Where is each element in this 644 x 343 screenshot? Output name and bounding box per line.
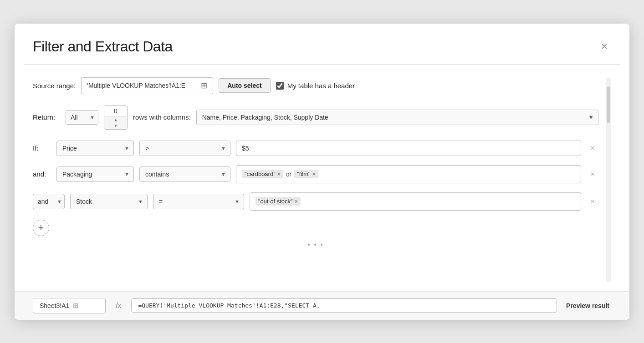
and2-tag-input-area[interactable]: "out of stock" × [250,192,581,211]
tag-outofstock: "out of stock" × [256,197,301,206]
if-field-select-wrapper: Price Name Packaging Stock Supply Date ▼ [56,141,134,156]
scrollbar-track[interactable] [606,77,611,282]
source-range-text: 'Multiple VLOOKUP Matches'!A1:E [87,82,197,89]
or-text: or [286,171,291,178]
and1-field-select[interactable]: Packaging Name Price Stock Supply Date [56,166,134,182]
dialog-title: Filter and Extract Data [33,38,173,55]
auto-select-button[interactable]: Auto select [219,78,270,93]
quantity-select[interactable]: All First Last [66,110,98,125]
source-range-label: Source range: [33,82,76,90]
and1-field-select-wrapper: Packaging Name Price Stock Supply Date ▼ [56,166,134,182]
and1-delete-button[interactable]: × [587,168,598,181]
header-checkbox[interactable] [276,82,284,90]
footer-cell-ref[interactable]: Sheet3!A1 ⊞ [33,298,106,313]
if-value-input[interactable] [236,141,581,156]
and2-connector-select[interactable]: and or [33,194,65,209]
fx-icon: fx [113,302,124,310]
spinner-buttons: ▲ ▼ [104,117,127,129]
columns-select-wrapper: Name, Price, Packaging, Stock, Supply Da… [196,110,598,125]
header-checkbox-text: My table has a header [287,82,355,90]
and1-operator-select-wrapper: contains > < = starts with ▼ [139,166,230,182]
spinner-down-button[interactable]: ▼ [104,123,127,129]
and-label-1: and: [33,170,51,178]
and2-operator-select[interactable]: = > < >= <= contains [153,194,244,209]
and2-operator-select-wrapper: = > < >= <= contains ▼ [153,194,244,209]
add-condition-button[interactable]: + [33,220,49,236]
tag-film-remove[interactable]: × [312,171,316,177]
and1-operator-select[interactable]: contains > < = starts with [139,166,230,182]
drag-handle-row: • • • [33,241,598,249]
tag-cardboard-text: "cardboard" [245,171,276,177]
and2-field-select-wrapper: Stock Name Price Packaging Supply Date ▼ [70,194,148,209]
drag-handle: • • • [307,241,324,249]
if-operator-select[interactable]: > < = >= <= <> contains [139,141,230,156]
footer-formula: =QUERY('Multiple VLOOKUP Matches'!A1:E28… [131,298,557,313]
tag-film: "film" × [294,170,318,178]
tag-outofstock-text: "out of stock" [258,198,293,205]
and-row-1: and: Packaging Name Price Stock Supply D… [33,165,598,183]
source-range-input[interactable]: 'Multiple VLOOKUP Matches'!A1:E ⊞ [81,77,213,94]
return-label: Return: [33,113,60,121]
tag-cardboard-remove[interactable]: × [277,171,281,177]
grid-icon: ⊞ [201,81,207,91]
dialog-header: Filter and Extract Data × [15,24,629,64]
rows-text: rows with columns: [133,113,191,121]
tag-cardboard: "cardboard" × [242,170,283,178]
number-input-wrapper: 0 ▲ ▼ [104,105,128,130]
main-content: Source range: 'Multiple VLOOKUP Matches'… [33,77,598,282]
tag-film-text: "film" [297,171,310,177]
scrollbar-thumb [607,86,610,123]
and2-delete-button[interactable]: × [587,195,598,208]
header-checkbox-label[interactable]: My table has a header [276,82,355,90]
quantity-select-wrapper: All First Last ▼ [66,110,98,125]
close-button[interactable]: × [598,39,611,54]
and1-tag-input-area[interactable]: "cardboard" × or "film" × [236,165,581,183]
and-row-2: and or ▼ Stock Name Price Packaging Supp… [33,192,598,211]
preview-result-button[interactable]: Preview result [564,299,611,313]
cell-ref-text: Sheet3!A1 [40,302,69,309]
source-range-row: Source range: 'Multiple VLOOKUP Matches'… [33,77,598,94]
tag-outofstock-remove[interactable]: × [295,198,298,205]
if-delete-button[interactable]: × [587,142,598,155]
filter-extract-dialog: Filter and Extract Data × Source range: … [15,24,629,320]
and2-field-select[interactable]: Stock Name Price Packaging Supply Date [70,194,148,209]
spinner-up-button[interactable]: ▲ [104,117,127,123]
if-field-select[interactable]: Price Name Packaging Stock Supply Date [56,141,134,156]
dialog-footer: Sheet3!A1 ⊞ fx =QUERY('Multiple VLOOKUP … [15,291,629,320]
if-label: If: [33,144,51,152]
columns-display[interactable]: Name, Price, Packaging, Stock, Supply Da… [196,110,598,125]
number-display: 0 [104,106,127,117]
dialog-body: Source range: 'Multiple VLOOKUP Matches'… [15,65,629,291]
cell-ref-grid-icon: ⊞ [73,302,79,310]
if-row: If: Price Name Packaging Stock Supply Da… [33,141,598,156]
if-operator-select-wrapper: > < = >= <= <> contains ▼ [139,141,230,156]
return-row: Return: All First Last ▼ 0 ▲ ▼ r [33,105,598,130]
and2-connector-wrapper: and or ▼ [33,194,65,209]
